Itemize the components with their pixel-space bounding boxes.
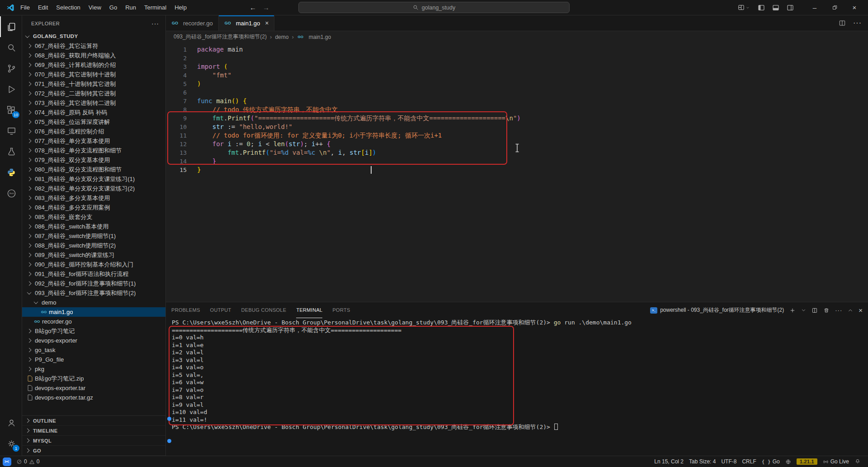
tree-folder-068_尚硅谷_获取用户终端输入[interactable]: 068_尚硅谷_获取用户终端输入 bbox=[22, 51, 165, 60]
menu-run[interactable]: Run bbox=[121, 3, 140, 12]
close-window-button[interactable]: × bbox=[844, 0, 864, 15]
breadcrumb-folder[interactable]: 093_尚硅谷_for循环注意事项和细节(2) bbox=[174, 33, 267, 41]
tree-folder-071_尚硅谷_十进制转其它进制[interactable]: 071_尚硅谷_十进制转其它进制 bbox=[22, 79, 165, 89]
tab-recorder-go[interactable]: GO recorder.go bbox=[166, 15, 219, 31]
tab-main1-go[interactable]: GO main1.go × bbox=[219, 15, 275, 31]
code-line-4[interactable]: 4 "fmt" bbox=[166, 71, 868, 80]
restore-button[interactable] bbox=[825, 0, 844, 15]
tree-folder-077_尚硅谷_单分支基本使用[interactable]: 077_尚硅谷_单分支基本使用 bbox=[22, 136, 165, 146]
sidebar-section-timeline[interactable]: TIMELINE bbox=[22, 426, 165, 436]
new-terminal-icon[interactable] bbox=[789, 307, 796, 314]
tree-folder-069_尚硅谷_计算机进制的介绍[interactable]: 069_尚硅谷_计算机进制的介绍 bbox=[22, 60, 165, 70]
search-sidebar-icon[interactable] bbox=[0, 37, 22, 58]
menu-file[interactable]: File bbox=[16, 3, 34, 12]
indentation-status[interactable]: Tab Size: 4 bbox=[686, 458, 718, 465]
code-line-8[interactable]: 8 // todo 传统方式遍历字符串，不能含中文 bbox=[166, 105, 868, 114]
code-line-2[interactable]: 2 bbox=[166, 54, 868, 62]
tree-folder-go_task[interactable]: go_task bbox=[22, 345, 165, 355]
tree-folder-pkg[interactable]: pkg bbox=[22, 364, 165, 374]
tree-folder-086_尚硅谷_switch基本使用[interactable]: 086_尚硅谷_switch基本使用 bbox=[22, 222, 165, 231]
back-button[interactable]: ← bbox=[250, 4, 256, 11]
tree-folder-demo[interactable]: demo bbox=[22, 298, 165, 307]
menu-edit[interactable]: Edit bbox=[34, 3, 52, 12]
breadcrumb-file[interactable]: main1.go bbox=[309, 34, 331, 40]
kill-terminal-icon[interactable] bbox=[823, 307, 830, 314]
code-line-5[interactable]: 5) bbox=[166, 80, 868, 88]
tree-folder-081_尚硅谷_单分支双分支课堂练习(1)[interactable]: 081_尚硅谷_单分支双分支课堂练习(1) bbox=[22, 174, 165, 184]
panel-tab-terminal[interactable]: TERMINAL bbox=[296, 302, 322, 318]
tree-folder-092_尚硅谷_for循环注意事项和细节(1)[interactable]: 092_尚硅谷_for循环注意事项和细节(1) bbox=[22, 279, 165, 288]
tree-folder-P9_Go_file[interactable]: P9_Go_file bbox=[22, 355, 165, 364]
close-tab-icon[interactable]: × bbox=[265, 19, 269, 27]
code-editor[interactable]: 1package main23import (4 "fmt"5)67func m… bbox=[166, 43, 868, 302]
menu-selection[interactable]: Selection bbox=[52, 3, 84, 12]
source-control-icon[interactable] bbox=[0, 58, 22, 79]
tree-folder-080_尚硅谷_双分支流程图和细节[interactable]: 080_尚硅谷_双分支流程图和细节 bbox=[22, 165, 165, 174]
menu-view[interactable]: View bbox=[85, 3, 105, 12]
editor-more-actions-icon[interactable]: ··· bbox=[853, 19, 862, 27]
tree-file-devops-exporter.tar[interactable]: devops-exporter.tar bbox=[22, 383, 165, 393]
code-line-3[interactable]: 3import ( bbox=[166, 62, 868, 71]
split-terminal-icon[interactable] bbox=[811, 307, 818, 314]
minimize-button[interactable]: – bbox=[805, 0, 825, 15]
customize-layout-icon[interactable] bbox=[738, 4, 750, 11]
explorer-icon[interactable] bbox=[0, 16, 22, 37]
tree-root-golang-study[interactable]: GOLANG_STUDY bbox=[22, 31, 165, 41]
tree-folder-067_尚硅谷_其它运算符[interactable]: 067_尚硅谷_其它运算符 bbox=[22, 41, 165, 51]
terminal-command-decoration-dot[interactable] bbox=[167, 417, 171, 421]
panel-tab-problems[interactable]: PROBLEMS bbox=[171, 302, 200, 318]
toggle-secondary-sidebar-icon[interactable] bbox=[787, 4, 794, 11]
code-line-14[interactable]: 14 } bbox=[166, 157, 868, 166]
tree-folder-087_尚硅谷_switch使用细节(1)[interactable]: 087_尚硅谷_switch使用细节(1) bbox=[22, 231, 165, 241]
terminal-profile-chevron-icon[interactable] bbox=[801, 308, 806, 313]
tree-folder-091_尚硅谷_for循环语法和执行流程[interactable]: 091_尚硅谷_for循环语法和执行流程 bbox=[22, 269, 165, 279]
menu-terminal[interactable]: Terminal bbox=[140, 3, 170, 12]
accounts-icon[interactable] bbox=[0, 412, 22, 433]
tree-folder-072_尚硅谷_二进制转其它进制[interactable]: 072_尚硅谷_二进制转其它进制 bbox=[22, 89, 165, 98]
panel-tab-output[interactable]: OUTPUT bbox=[210, 302, 231, 318]
extensions-icon[interactable]: 10 bbox=[0, 100, 22, 120]
eol-status[interactable]: CRLF bbox=[739, 458, 759, 465]
code-line-10[interactable]: 10 str := "hello,world!" bbox=[166, 123, 868, 131]
tree-folder-070_尚硅谷_其它进制转十进制[interactable]: 070_尚硅谷_其它进制转十进制 bbox=[22, 70, 165, 79]
sidebar-section-go[interactable]: GO bbox=[22, 446, 165, 456]
panel-tab-ports[interactable]: PORTS bbox=[332, 302, 350, 318]
notifications-bell[interactable] bbox=[852, 458, 863, 465]
tree-folder-074_尚硅谷_原码 反码 补码[interactable]: 074_尚硅谷_原码 反码 补码 bbox=[22, 108, 165, 117]
code-line-7[interactable]: 7func main() { bbox=[166, 97, 868, 105]
panel-tab-debug-console[interactable]: DEBUG CONSOLE bbox=[241, 302, 287, 318]
run-debug-icon[interactable] bbox=[0, 79, 22, 100]
tree-file-B站go学习笔记.zip[interactable]: B站go学习笔记.zip bbox=[22, 374, 165, 383]
terminal-output[interactable]: PS C:\Users\wxe5szh\OneDrive - Bosch Gro… bbox=[166, 318, 868, 456]
tree-folder-085_尚硅谷_嵌套分支[interactable]: 085_尚硅谷_嵌套分支 bbox=[22, 212, 165, 222]
tree-folder-B站go学习笔记[interactable]: B站go学习笔记 bbox=[22, 326, 165, 336]
go-version-status[interactable]: 1.21.1 bbox=[794, 458, 820, 465]
tree-folder-082_尚硅谷_单分支双分支课堂练习(2)[interactable]: 082_尚硅谷_单分支双分支课堂练习(2) bbox=[22, 184, 165, 193]
maximize-panel-icon[interactable] bbox=[848, 308, 853, 313]
tree-folder-090_尚硅谷_循环控制基本介绍和入门[interactable]: 090_尚硅谷_循环控制基本介绍和入门 bbox=[22, 260, 165, 269]
tree-folder-073_尚硅谷_其它进制转二进制[interactable]: 073_尚硅谷_其它进制转二进制 bbox=[22, 98, 165, 108]
tree-folder-devops-exporter[interactable]: devops-exporter bbox=[22, 336, 165, 345]
tree-file-devops-exporter.tar.gz[interactable]: devops-exporter.tar.gz bbox=[22, 393, 165, 402]
tree-folder-075_尚硅谷_位运算深度讲解[interactable]: 075_尚硅谷_位运算深度讲解 bbox=[22, 117, 165, 127]
problems-status[interactable]: 0 0 bbox=[14, 456, 42, 467]
code-line-1[interactable]: 1package main bbox=[166, 45, 868, 54]
settings-gear-icon[interactable]: 1 bbox=[0, 433, 22, 454]
menu-go[interactable]: Go bbox=[105, 3, 121, 12]
tree-file-main1.go[interactable]: GOmain1.go bbox=[22, 307, 165, 317]
tree-folder-084_尚硅谷_多分支应用案例[interactable]: 084_尚硅谷_多分支应用案例 bbox=[22, 203, 165, 212]
sidebar-section-mysql[interactable]: MYSQL bbox=[22, 436, 165, 446]
encoding-status[interactable]: UTF-8 bbox=[718, 458, 739, 465]
toggle-panel-icon[interactable] bbox=[772, 4, 779, 11]
terminal-command-decoration-dot[interactable] bbox=[167, 439, 171, 443]
tree-file-recorder.go[interactable]: GOrecorder.go bbox=[22, 317, 165, 326]
toggle-sidebar-icon[interactable] bbox=[758, 4, 765, 11]
tree-folder-088_尚硅谷_switch使用细节(2)[interactable]: 088_尚硅谷_switch使用细节(2) bbox=[22, 241, 165, 250]
testing-beaker-icon[interactable] bbox=[0, 141, 22, 162]
tree-folder-078_尚硅谷_单分支流程图和细节[interactable]: 078_尚硅谷_单分支流程图和细节 bbox=[22, 146, 165, 155]
tree-folder-093_尚硅谷_for循环注意事项和细节(2)[interactable]: 093_尚硅谷_for循环注意事项和细节(2) bbox=[22, 288, 165, 298]
go-env-status[interactable] bbox=[783, 459, 794, 465]
tree-folder-089_尚硅谷_switch的课堂练习[interactable]: 089_尚硅谷_switch的课堂练习 bbox=[22, 250, 165, 260]
menu-help[interactable]: Help bbox=[170, 3, 191, 12]
language-mode[interactable]: { } Go bbox=[759, 458, 783, 465]
